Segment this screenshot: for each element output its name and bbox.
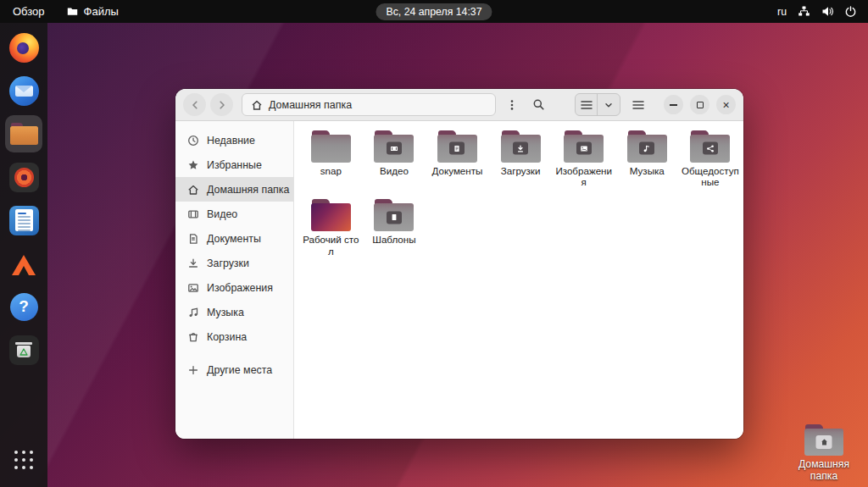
file-label: Изображения [554, 165, 613, 187]
trash-icon [9, 335, 39, 365]
sidebar-item-home[interactable]: Домашняя папка [175, 177, 293, 202]
document-icon [186, 233, 199, 245]
file-grid: snap Видео [294, 121, 743, 439]
sidebar-label: Избранные [207, 159, 262, 171]
folder-icon [501, 130, 541, 163]
close-button[interactable]: × [716, 95, 736, 114]
ubuntu-software-icon [9, 249, 39, 279]
file-item-public[interactable]: Общедоступные [679, 126, 743, 195]
file-label: Документы [432, 165, 483, 176]
forward-button[interactable] [210, 93, 233, 116]
music-emblem-icon [639, 142, 654, 155]
plus-icon [186, 364, 199, 376]
power-icon[interactable] [845, 6, 856, 17]
sidebar-label: Видео [207, 208, 237, 220]
file-label: Общедоступные [682, 165, 740, 187]
view-toggle [575, 93, 620, 116]
desktop-home-shortcut[interactable]: Домашняя папка [792, 424, 856, 482]
minimize-button[interactable] [664, 95, 683, 114]
desktop-folder-icon [311, 199, 351, 231]
dock-item-app-grid[interactable] [5, 441, 42, 479]
folder-icon [311, 130, 351, 163]
app-menu-button[interactable]: Файлы [67, 5, 119, 18]
sidebar-label: Изображения [207, 282, 273, 294]
home-folder-icon [804, 424, 843, 456]
file-item-pictures[interactable]: Изображения [552, 126, 615, 195]
home-icon [251, 99, 263, 111]
files-icon [10, 123, 38, 145]
sidebar-item-starred[interactable]: Избранные [175, 152, 293, 177]
sidebar-item-videos[interactable]: Видео [175, 202, 293, 226]
download-icon [186, 257, 199, 269]
sidebar-item-music[interactable]: Музыка [175, 300, 293, 324]
sidebar-item-trash[interactable]: Корзина [175, 324, 293, 349]
folder-icon [374, 199, 414, 231]
dock: ? [0, 23, 47, 487]
film-icon [186, 208, 199, 220]
search-button[interactable] [527, 93, 550, 116]
dock-item-firefox[interactable] [5, 29, 42, 66]
file-item-desktop[interactable]: Рабочий стол [299, 195, 363, 263]
view-options-dropdown[interactable] [598, 94, 620, 115]
file-label: Музыка [630, 165, 665, 176]
activities-button[interactable]: Обзор [13, 5, 45, 18]
file-item-documents[interactable]: Документы [426, 126, 489, 195]
dock-item-help[interactable]: ? [5, 288, 42, 325]
sidebar-item-pictures[interactable]: Изображения [175, 275, 293, 300]
headerbar: Домашняя папка [175, 89, 743, 121]
document-emblem-icon [449, 142, 465, 155]
file-item-music[interactable]: Музыка [615, 126, 679, 195]
clock-button[interactable]: Вс, 24 апреля 14:37 [376, 3, 492, 20]
music-icon [186, 307, 199, 318]
firefox-icon [9, 33, 39, 63]
dock-item-files[interactable] [5, 115, 42, 152]
app-grid-icon [14, 451, 33, 469]
star-icon [186, 159, 199, 171]
dock-item-thunderbird[interactable] [5, 72, 42, 109]
hamburger-menu-button[interactable] [626, 93, 649, 116]
desktop-shortcut-label: Домашняя папка [792, 458, 856, 482]
dock-item-rhythmbox[interactable] [5, 158, 42, 196]
sidebar-label: Другие места [207, 364, 272, 376]
sidebar-label: Корзина [207, 331, 247, 343]
folder-icon [437, 130, 477, 163]
files-window: Домашняя папка [175, 89, 743, 439]
image-emblem-icon [576, 142, 592, 155]
file-label: snap [320, 165, 342, 176]
network-icon[interactable] [798, 6, 810, 17]
folder-icon [374, 130, 414, 163]
path-bar[interactable]: Домашняя папка [242, 93, 496, 116]
film-emblem-icon [387, 142, 402, 155]
file-label: Видео [380, 165, 409, 176]
sidebar-item-downloads[interactable]: Загрузки [175, 251, 293, 275]
house-emblem-icon [816, 435, 832, 449]
file-item-templates[interactable]: Шаблоны [363, 195, 426, 263]
clock-icon [186, 135, 199, 147]
file-item-snap[interactable]: snap [299, 126, 363, 195]
folder-icon [690, 130, 730, 163]
sidebar-item-documents[interactable]: Документы [175, 226, 293, 251]
thunderbird-icon [9, 76, 39, 106]
dock-item-ubuntu-software[interactable] [5, 245, 42, 282]
libreoffice-writer-icon [9, 206, 39, 235]
back-button[interactable] [183, 93, 206, 116]
path-label: Домашняя папка [269, 99, 352, 111]
volume-icon[interactable] [821, 6, 834, 17]
sidebar-item-other-locations[interactable]: Другие места [175, 357, 293, 382]
kebab-menu-button[interactable] [500, 93, 523, 116]
file-item-videos[interactable]: Видео [363, 126, 426, 195]
desktop: Обзор Файлы Вс, 24 апреля 14:37 ru [0, 0, 868, 487]
dock-item-trash[interactable] [5, 331, 42, 368]
files-app-icon [67, 7, 78, 16]
trash-icon [186, 331, 199, 343]
file-item-downloads[interactable]: Загрузки [489, 126, 553, 195]
maximize-button[interactable] [690, 95, 709, 114]
list-view-button[interactable] [576, 94, 598, 115]
file-label: Рабочий стол [302, 234, 360, 256]
sidebar-item-recent[interactable]: Недавние [175, 128, 293, 152]
dock-item-libreoffice-writer[interactable] [5, 202, 42, 239]
file-label: Загрузки [501, 165, 541, 176]
window-controls: × [664, 95, 736, 114]
help-icon: ? [10, 293, 38, 321]
keyboard-layout-indicator[interactable]: ru [777, 6, 787, 18]
